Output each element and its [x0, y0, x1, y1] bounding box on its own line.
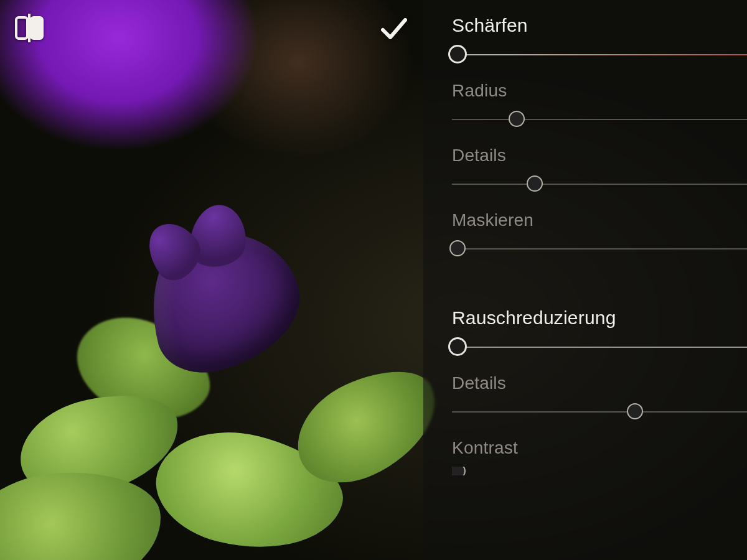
slider-track[interactable] — [452, 174, 747, 193]
slider-thumb[interactable] — [527, 175, 543, 192]
slider-track[interactable] — [452, 110, 747, 128]
compare-before-after-button[interactable] — [12, 14, 46, 42]
slider-track[interactable] — [452, 45, 747, 63]
slider-nr-contrast: Kontrast — [452, 438, 747, 475]
slider-nr-details: Details — [452, 373, 747, 421]
slider-label: Radius — [452, 81, 747, 101]
slider-thumb[interactable] — [449, 240, 466, 256]
compare-icon — [12, 34, 46, 44]
svg-rect-1 — [31, 17, 42, 39]
detail-panel: Schärfen Radius Details Maskieren Rausch… — [423, 0, 747, 560]
slider-label: Kontrast — [452, 438, 747, 458]
slider-radius: Radius — [452, 81, 747, 128]
slider-track[interactable] — [452, 467, 747, 475]
apply-button[interactable] — [377, 11, 411, 46]
slider-thumb[interactable] — [452, 467, 466, 475]
slider-track-line — [452, 184, 747, 185]
slider-thumb[interactable] — [448, 337, 467, 356]
slider-track-line — [452, 54, 747, 55]
slider-track[interactable] — [452, 239, 747, 258]
section-gap — [452, 275, 747, 307]
slider-details: Details — [452, 146, 747, 193]
slider-label: Maskieren — [452, 210, 747, 230]
slider-label: Schärfen — [452, 15, 747, 36]
slider-track-line — [452, 411, 747, 413]
svg-rect-0 — [16, 17, 27, 39]
slider-track-line — [452, 119, 747, 120]
slider-track-line — [452, 347, 747, 348]
slider-track-line — [452, 248, 747, 250]
slider-track[interactable] — [452, 402, 747, 421]
slider-noise-reduction: Rauschreduzierung — [452, 307, 747, 356]
slider-label: Rauschreduzierung — [452, 307, 747, 329]
slider-thumb[interactable] — [448, 45, 467, 63]
slider-thumb[interactable] — [627, 403, 643, 419]
checkmark-icon — [377, 37, 411, 48]
slider-track[interactable] — [452, 337, 747, 356]
slider-sharpen: Schärfen — [452, 15, 747, 63]
slider-label: Details — [452, 373, 747, 393]
slider-thumb[interactable] — [509, 111, 525, 127]
slider-label: Details — [452, 146, 747, 166]
slider-masking: Maskieren — [452, 210, 747, 258]
